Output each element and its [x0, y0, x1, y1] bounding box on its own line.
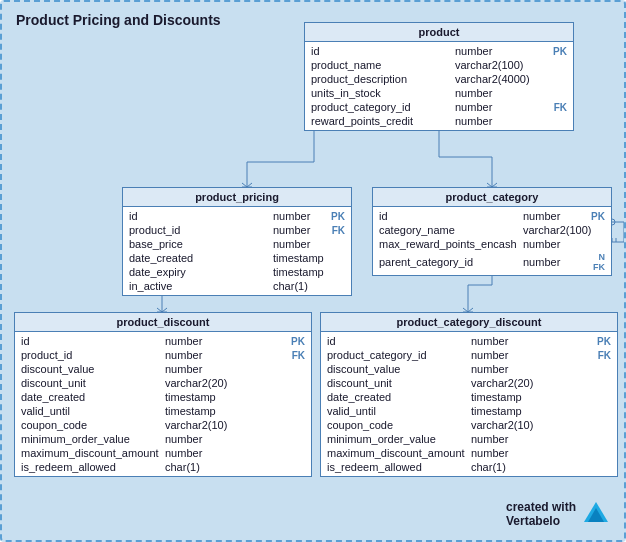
table-product-category-discount: product_category_discount id number PK p… [320, 312, 618, 477]
branding-text: created with Vertabelo [506, 500, 576, 529]
table-product-category: product_category id number PK category_n… [372, 187, 612, 276]
table-row: coupon_code varchar2(10) [321, 418, 617, 432]
created-with-label: created with [506, 500, 576, 514]
table-row: maximum_discount_amount number [321, 446, 617, 460]
table-product-category-header: product_category [373, 188, 611, 207]
table-product-discount-header: product_discount [15, 313, 311, 332]
table-product-category-discount-body: id number PK product_category_id number … [321, 332, 617, 476]
table-product-category-body: id number PK category_name varchar2(100)… [373, 207, 611, 275]
branding: created with Vertabelo [506, 498, 612, 530]
table-product-pricing: product_pricing id number PK product_id … [122, 187, 352, 296]
table-product: product id number PK product_name varcha… [304, 22, 574, 131]
table-row: coupon_code varchar2(10) [15, 418, 311, 432]
table-row: valid_until timestamp [15, 404, 311, 418]
table-row: id number PK [15, 334, 311, 348]
table-row: date_expiry timestamp [123, 265, 351, 279]
table-row: id number PK [373, 209, 611, 223]
table-product-discount-body: id number PK product_id number FK discou… [15, 332, 311, 476]
table-row: discount_unit varchar2(20) [321, 376, 617, 390]
table-row: discount_value number [15, 362, 311, 376]
table-row: units_in_stock number [305, 86, 573, 100]
table-row: discount_value number [321, 362, 617, 376]
table-row: maximum_discount_amount number [15, 446, 311, 460]
table-row: is_redeem_allowed char(1) [321, 460, 617, 474]
table-row: date_created timestamp [15, 390, 311, 404]
table-row: date_created timestamp [123, 251, 351, 265]
table-row: date_created timestamp [321, 390, 617, 404]
table-row: id number PK [123, 209, 351, 223]
table-product-discount: product_discount id number PK product_id… [14, 312, 312, 477]
table-row: product_id number FK [15, 348, 311, 362]
table-row: product_category_id number FK [321, 348, 617, 362]
table-row: reward_points_credit number [305, 114, 573, 128]
table-row: product_category_id number FK [305, 100, 573, 114]
table-product-pricing-header: product_pricing [123, 188, 351, 207]
vertabelo-logo-icon [580, 498, 612, 530]
table-row: product_id number FK [123, 223, 351, 237]
table-row: id number PK [321, 334, 617, 348]
table-product-body: id number PK product_name varchar2(100) … [305, 42, 573, 130]
table-row: base_price number [123, 237, 351, 251]
table-row: discount_unit varchar2(20) [15, 376, 311, 390]
table-row: in_active char(1) [123, 279, 351, 293]
diagram-container: Product Pricing and Discounts [0, 0, 626, 542]
table-row: valid_until timestamp [321, 404, 617, 418]
table-row: category_name varchar2(100) [373, 223, 611, 237]
vertabelo-logo [580, 498, 612, 530]
table-row: product_description varchar2(4000) [305, 72, 573, 86]
table-product-category-discount-header: product_category_discount [321, 313, 617, 332]
table-product-pricing-body: id number PK product_id number FK base_p… [123, 207, 351, 295]
table-row: is_redeem_allowed char(1) [15, 460, 311, 474]
table-row: max_reward_points_encash number [373, 237, 611, 251]
table-row: minimum_order_value number [321, 432, 617, 446]
table-row: parent_category_id number N FK [373, 251, 611, 273]
table-row: minimum_order_value number [15, 432, 311, 446]
table-row: id number PK [305, 44, 573, 58]
table-row: product_name varchar2(100) [305, 58, 573, 72]
table-product-header: product [305, 23, 573, 42]
vertabelo-name: Vertabelo [506, 514, 576, 528]
